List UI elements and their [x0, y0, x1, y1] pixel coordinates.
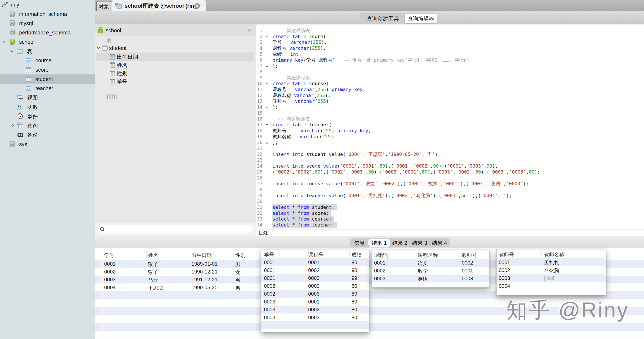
table-row[interactable]: 0001语文0002: [372, 259, 490, 267]
column-header-教师名称[interactable]: 教师名称: [544, 252, 564, 258]
fold-collapse-icon[interactable]: ▼: [264, 122, 270, 128]
grid-cell[interactable]: 0002: [264, 291, 275, 297]
sidebar-item-函数[interactable]: f()函数: [0, 102, 95, 112]
table-row[interactable]: 0001孟扎扎: [496, 258, 606, 266]
grid-cell[interactable]: 60: [352, 283, 357, 289]
chevron-right-icon[interactable]: [11, 123, 15, 128]
grid-cell[interactable]: 0002: [308, 283, 320, 289]
fold-end-icon[interactable]: ▲: [264, 140, 270, 146]
tree-item-student[interactable]: student: [95, 44, 256, 52]
table-row[interactable]: 0002马化腾: [496, 266, 606, 274]
grid-cell[interactable]: 孟扎扎: [544, 260, 559, 266]
grid-cell[interactable]: 1991-12-21: [192, 277, 218, 283]
column-header-课程名称[interactable]: 课程名称: [418, 252, 438, 258]
grid-cell[interactable]: 猴子: [148, 261, 158, 268]
grid-cell[interactable]: 0004: [499, 283, 510, 289]
sidebar-item-teacher[interactable]: teacher: [0, 84, 95, 93]
table-row[interactable]: 0004: [496, 282, 606, 290]
grid-cell[interactable]: 0003: [104, 277, 116, 283]
column-header-课程号[interactable]: 课程号: [308, 252, 324, 258]
grid-cell[interactable]: 0003: [264, 299, 275, 305]
grid-cell[interactable]: 0002: [308, 267, 320, 273]
grid-cell[interactable]: 99: [352, 275, 357, 281]
grid-cell[interactable]: 0002: [499, 267, 510, 273]
tab-objects[interactable]: 对象: [96, 1, 111, 12]
close-tab-icon[interactable]: [194, 3, 200, 9]
database-selector[interactable]: school: [95, 25, 256, 36]
result-tab-4[interactable]: 结果 3: [410, 239, 430, 247]
grid-cell[interactable]: 女: [235, 269, 240, 276]
column-header-出生日期[interactable]: 出生日期: [192, 252, 212, 258]
grid-cell-null[interactable]: [Null]: [544, 275, 556, 281]
grid-cell[interactable]: 男: [235, 261, 240, 268]
fold-collapse-icon[interactable]: ▼: [264, 34, 270, 40]
sidebar-item-sys[interactable]: sys: [0, 140, 95, 149]
grid-cell[interactable]: 0002: [104, 269, 116, 275]
table-row[interactable]: 0003000180: [262, 298, 369, 306]
chevron-down-icon[interactable]: [96, 46, 100, 50]
grid-cell[interactable]: 80: [352, 307, 357, 313]
sidebar-item-mysql[interactable]: mysql: [0, 18, 95, 28]
tree-item-出生日期[interactable]: 出生日期: [95, 52, 256, 61]
grid-cell[interactable]: 马云: [148, 277, 158, 284]
grid-cell[interactable]: 猴子: [148, 269, 158, 276]
tree-item-学号[interactable]: 学号: [95, 78, 256, 86]
chevron-down-icon[interactable]: [247, 28, 252, 32]
table-row[interactable]: 0002数学0001: [372, 267, 490, 274]
sidebar-item-information_schema[interactable]: information_schema: [0, 9, 95, 19]
grid-cell[interactable]: 0001: [264, 275, 275, 281]
column-header-姓名[interactable]: 姓名: [148, 252, 158, 258]
grid-cell[interactable]: 0003: [308, 275, 320, 281]
table-row[interactable]: 0001000399: [262, 274, 369, 282]
grid-cell[interactable]: 80: [352, 291, 357, 297]
result-tab-2[interactable]: 结果 1: [368, 239, 390, 247]
result-tab-3[interactable]: 结果 2: [390, 239, 410, 247]
sidebar-item-course[interactable]: course: [0, 56, 95, 65]
column-header-成绩[interactable]: 成绩: [352, 252, 362, 258]
grid-cell[interactable]: 0003: [308, 291, 320, 297]
grid-cell[interactable]: 0001: [462, 268, 473, 274]
grid-cell[interactable]: 英语: [418, 276, 428, 282]
table-row[interactable]: 0002000260: [262, 282, 369, 290]
sql-editor[interactable]: 1 -- 新建成绩表2▼create table score(3学号 varch…: [256, 24, 644, 229]
column-header-教师号[interactable]: 教师号: [462, 252, 477, 258]
table-row[interactable]: 0002000380: [262, 290, 369, 298]
sidebar-item-表[interactable]: 表: [0, 46, 95, 56]
grid-cell[interactable]: 80: [352, 260, 357, 266]
fold-end-icon[interactable]: ▲: [264, 104, 270, 110]
grid-cell[interactable]: 0002: [462, 260, 473, 266]
fold-end-icon[interactable]: ▲: [264, 63, 270, 69]
grid-cell[interactable]: 0001: [308, 260, 320, 266]
grid-cell[interactable]: 男: [235, 277, 240, 284]
grid-cell[interactable]: 0001: [308, 299, 320, 305]
table-row[interactable]: 0003[Null]: [496, 274, 606, 282]
grid-cell[interactable]: 0001: [264, 260, 275, 266]
column-header-学号[interactable]: 学号: [264, 252, 274, 258]
table-row[interactable]: 0003英语0003: [372, 274, 490, 282]
grid-cell[interactable]: 0003: [374, 276, 386, 282]
tree-item-性别[interactable]: 性别: [95, 69, 256, 78]
tree-item-姓名[interactable]: 姓名: [95, 61, 256, 69]
table-row[interactable]: 0001000290: [262, 266, 369, 274]
grid-cell[interactable]: 0003: [264, 314, 275, 320]
fold-collapse-icon[interactable]: ▼: [264, 80, 270, 86]
grid-cell[interactable]: 1990-05-20: [192, 284, 218, 290]
column-header-课程号[interactable]: 课程号: [374, 252, 390, 258]
toolbar-segment-2[interactable]: 查询编辑器: [405, 14, 437, 23]
grid-cell[interactable]: 0003: [499, 275, 510, 281]
chevron-down-icon[interactable]: [2, 40, 6, 44]
grid-cell[interactable]: 0004: [104, 284, 116, 290]
grid-cell[interactable]: 男: [235, 284, 240, 291]
result-tab-1[interactable]: 信息: [350, 239, 368, 247]
search-box[interactable]: [96, 225, 253, 233]
grid-cell[interactable]: 0001: [499, 260, 510, 266]
table-row[interactable]: 0003000280: [262, 306, 369, 314]
column-header-性别[interactable]: 性别: [235, 252, 246, 258]
sidebar-item-备份[interactable]: 备份: [0, 130, 95, 140]
column-header-学号[interactable]: 学号: [104, 252, 114, 258]
table-row[interactable]: 0003000380: [262, 314, 369, 321]
grid-cell[interactable]: 数学: [418, 268, 428, 274]
grid-cell[interactable]: 0001: [104, 261, 116, 267]
column-header-教师号[interactable]: 教师号: [499, 252, 514, 258]
sidebar-item-事件[interactable]: 事件: [0, 112, 95, 121]
